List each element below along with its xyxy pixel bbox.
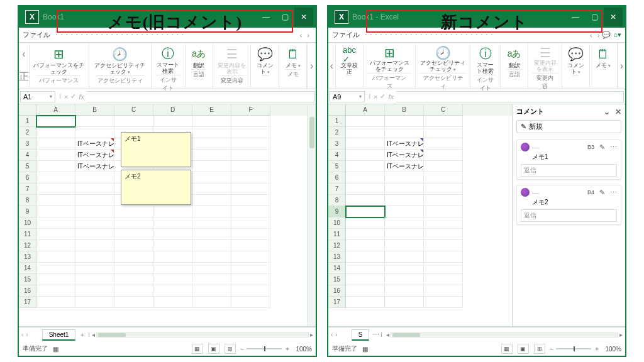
col-header[interactable]: E xyxy=(192,104,231,116)
zoom-level[interactable]: 100% xyxy=(605,346,621,353)
file-tab[interactable]: ファイル xyxy=(332,30,360,40)
proof-group[interactable]: abc✓文章校正 xyxy=(336,43,364,89)
cell-A1[interactable] xyxy=(36,116,75,127)
ribbon-scroll-left[interactable]: ‹正 xyxy=(19,43,30,89)
comment-group[interactable]: 💬コメント xyxy=(562,43,590,89)
zoom-slider[interactable]: −＋ xyxy=(550,344,601,353)
memo-group[interactable]: 🗒メモ xyxy=(590,43,618,89)
smart-group[interactable]: ⓘスマート検索インサイト xyxy=(470,43,501,89)
file-tab[interactable]: ファイル xyxy=(23,30,50,40)
changes-group: ☰変更内容を表示変更内容 xyxy=(528,43,562,89)
view-pagelayout-button[interactable]: ▣ xyxy=(518,344,529,354)
add-sheet-button[interactable]: ＋ xyxy=(79,331,86,339)
view-pagebreak-button[interactable]: ⊞ xyxy=(225,344,236,354)
col-header[interactable]: C xyxy=(114,104,153,116)
collapse-icon[interactable]: ⌄ xyxy=(604,107,610,116)
col-header[interactable]: B xyxy=(385,104,424,116)
comment-user: –– xyxy=(532,144,539,151)
cell-B5[interactable]: ITベースナレッジ xyxy=(385,161,424,172)
more-icon[interactable]: ⋯ xyxy=(610,143,617,151)
horizontal-scrollbar[interactable]: ⁞ ◂▸ xyxy=(86,331,316,338)
more-icon[interactable]: ⋯ xyxy=(610,189,617,197)
tab-left[interactable]: ‹ xyxy=(297,31,305,39)
sheet-grid[interactable]: A B C D E F 1234567891011121314151617 IT… xyxy=(19,104,307,326)
close-pane-icon[interactable]: ✕ xyxy=(615,107,621,116)
reply-input[interactable]: 返信 xyxy=(521,209,617,222)
view-normal-button[interactable]: ▦ xyxy=(501,344,513,354)
name-box[interactable]: A1▾ xyxy=(20,91,55,102)
cell-A9[interactable] xyxy=(346,206,385,217)
minimize-button[interactable]: — xyxy=(257,8,275,26)
changes-group: ☰変更内容を表示変更内容 xyxy=(213,43,252,89)
view-normal-button[interactable]: ▦ xyxy=(192,344,203,354)
comment-card[interactable]: –– B3 ✎ ⋯ メモ1 返信 xyxy=(516,140,621,180)
sheet-tab[interactable]: S xyxy=(352,329,370,341)
tab-left[interactable]: ‹ xyxy=(587,31,595,39)
status-ready: 準備完了 xyxy=(23,344,48,353)
select-all-corner[interactable] xyxy=(328,104,346,116)
ribbon-scroll-right[interactable]: › xyxy=(307,43,316,89)
comments-tab-icon[interactable]: 💬 xyxy=(602,31,611,39)
excel-window-left: X Book1 — ▢ ✕ メモ(旧コメント) ファイル ・・・・・・・・・・・… xyxy=(18,5,317,357)
formula-input[interactable] xyxy=(87,91,314,102)
window-title: Book1 xyxy=(43,13,64,21)
view-pagelayout-button[interactable]: ▣ xyxy=(208,344,219,354)
view-pagebreak-button[interactable]: ⊞ xyxy=(534,344,545,354)
comment-group[interactable]: 💬コメント xyxy=(251,43,279,89)
maximize-button[interactable]: ▢ xyxy=(585,8,604,26)
col-header[interactable]: B xyxy=(75,104,114,116)
perf-group[interactable]: ⊞パフォーマンスをチェックパフォーマンス xyxy=(30,43,89,89)
add-sheet-button[interactable]: ⋯ xyxy=(373,331,379,338)
note-memo1[interactable]: メモ1 xyxy=(121,132,191,167)
name-box[interactable]: A9▾ xyxy=(330,91,365,102)
cell-B3[interactable]: ITベースナレッジ xyxy=(385,138,424,150)
zoom-slider[interactable]: −＋ xyxy=(241,344,291,353)
acc-group[interactable]: 🕗アクセシビリティチェックアクセシビリティ xyxy=(416,43,470,89)
cell-B4[interactable]: ITベースナレッジ xyxy=(75,150,114,161)
tab-right[interactable]: › xyxy=(595,31,602,39)
zoom-level[interactable]: 100% xyxy=(296,346,312,353)
trans-group[interactable]: aあ翻訳言語 xyxy=(501,43,528,89)
col-header[interactable]: C xyxy=(424,104,463,116)
acc-group[interactable]: 🕗アクセシビリティチェックアクセシビリティ xyxy=(89,43,152,89)
new-comment-button[interactable]: ✎新規 xyxy=(516,120,621,133)
col-header[interactable]: D xyxy=(153,104,192,116)
memo-group[interactable]: 🗒メモメモ xyxy=(279,43,307,89)
ribbon: ‹ abc✓文章校正 ⊞パフォーマンスをチェックパフォーマンス 🕗アクセシビリテ… xyxy=(328,43,625,89)
cell-B5[interactable]: ITベースナレッジ xyxy=(75,161,114,172)
note-memo2[interactable]: メモ2 xyxy=(121,170,191,205)
smart-group[interactable]: ⓘスマート検索インサイト xyxy=(152,43,186,89)
tab-right[interactable]: › xyxy=(304,31,312,39)
minimize-button[interactable]: — xyxy=(566,8,585,26)
cell-B3[interactable]: ITベースナレッジ xyxy=(75,138,114,150)
sheet-tab[interactable]: Sheet1 xyxy=(42,329,76,341)
sheet-grid[interactable]: A B C 1234567891011121314151617 ITベースナレッ… xyxy=(328,104,512,326)
select-all-corner[interactable] xyxy=(19,104,36,116)
formula-input[interactable] xyxy=(396,91,624,102)
ribbon-scroll-right[interactable]: › xyxy=(618,43,625,89)
close-button[interactable]: ✕ xyxy=(604,8,623,26)
tab-strip: ファイル ・・・・・・・・・・・・・・・・・・・・・・・・・・ ‹ › 💬 ⌂▾ xyxy=(328,28,625,43)
comment-card[interactable]: –– B4 ✎ ⋯ メモ2 返信 xyxy=(516,185,621,225)
close-button[interactable]: ✕ xyxy=(294,8,313,26)
titlebar: X Book1 - Excel — ▢ ✕ xyxy=(328,6,625,28)
maximize-button[interactable]: ▢ xyxy=(275,8,294,26)
comments-pane: コメント ⌄✕ ✎新規 –– B3 ✎ ⋯ メモ1 返信 –– xyxy=(512,104,625,326)
row-headers: 1234567891011121314151617 xyxy=(19,116,36,308)
edit-icon[interactable]: ✎ xyxy=(599,143,605,151)
ribbon-scroll-left[interactable]: ‹ xyxy=(328,43,336,89)
comments-pane-title: コメント xyxy=(516,107,544,116)
formula-bar: A1▾ ⁞×✓fx xyxy=(19,89,316,104)
perf-group[interactable]: ⊞パフォーマンスをチェックパフォーマンス xyxy=(364,43,416,89)
trans-group[interactable]: aあ翻訳言語 xyxy=(186,43,213,89)
horizontal-scrollbar[interactable]: ◂▸ xyxy=(384,331,625,338)
reply-input[interactable]: 返信 xyxy=(521,164,617,177)
col-header[interactable]: F xyxy=(231,104,270,116)
edit-icon[interactable]: ✎ xyxy=(599,189,605,197)
share-button[interactable]: ⌂▾ xyxy=(613,31,621,39)
col-header[interactable]: A xyxy=(36,104,75,116)
vertical-scrollbar[interactable] xyxy=(307,104,316,326)
titlebar: X Book1 — ▢ ✕ xyxy=(19,6,316,28)
cell-B4[interactable]: ITベースナレッジ xyxy=(385,150,424,161)
col-header[interactable]: A xyxy=(346,104,385,116)
